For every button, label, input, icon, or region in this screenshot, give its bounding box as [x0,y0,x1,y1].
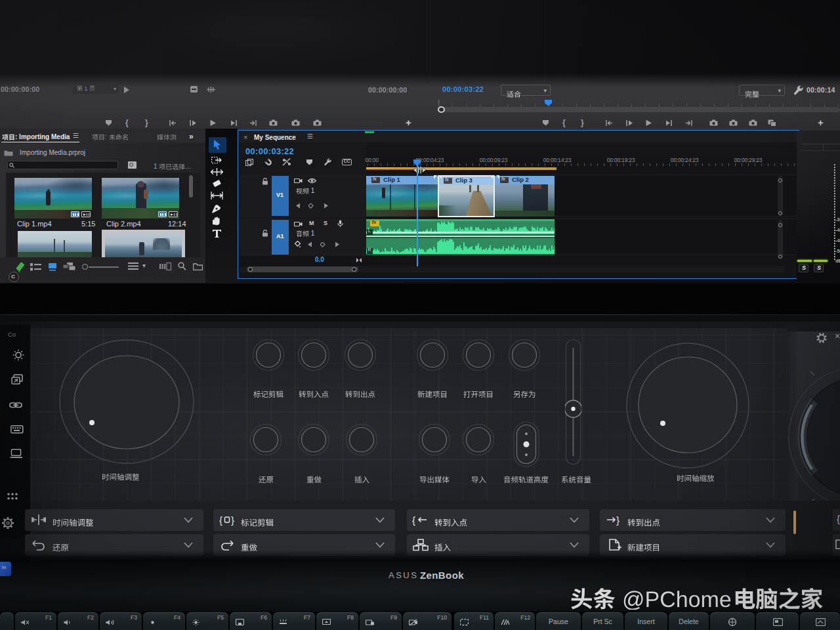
svg-text:{: { [412,514,415,526]
svg-text:}: } [231,514,234,526]
svg-text:}: } [616,514,620,526]
svg-text:{: { [219,514,222,526]
